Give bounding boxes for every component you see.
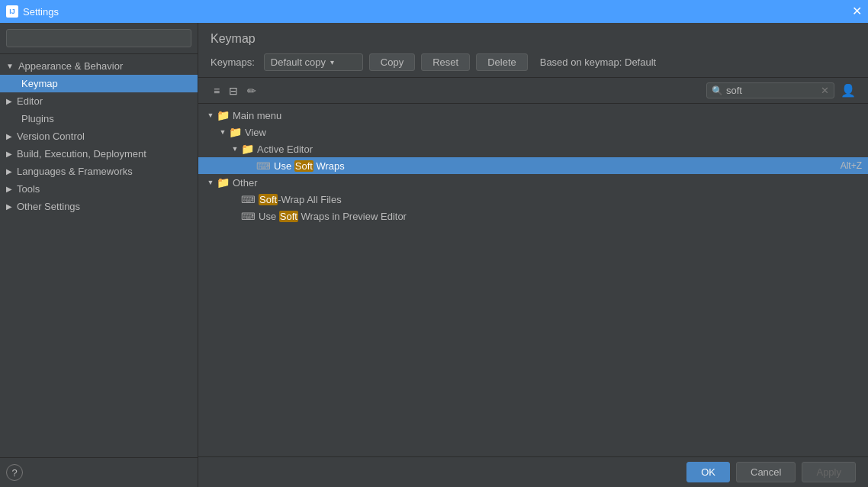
tree-node-main-menu[interactable]: ▼ 📁 Main menu xyxy=(198,107,868,124)
tree-node-label: Use Soft Wraps in Preview Editor xyxy=(259,211,407,222)
collapse-all-button[interactable]: ⊟ xyxy=(226,83,241,98)
folder-icon: 📁 xyxy=(217,176,230,189)
chevron-right-icon: ▶ xyxy=(6,202,12,211)
copy-button[interactable]: Copy xyxy=(369,53,415,71)
keymap-controls: Keymaps: Default copy ▾ Copy Reset Delet… xyxy=(211,53,856,71)
highlight-soft: Soft xyxy=(294,160,313,172)
search-clear-button[interactable]: ✕ xyxy=(821,85,829,96)
sidebar-item-appearance[interactable]: ▼ Appearance & Behavior xyxy=(0,57,198,75)
toggle-icon: ▼ xyxy=(229,145,241,153)
folder-icon: 📁 xyxy=(229,126,242,138)
chevron-down-icon: ▾ xyxy=(330,58,334,66)
sidebar-item-label: Editor xyxy=(17,95,43,107)
title-bar: IJ Settings ✕ xyxy=(0,0,868,23)
chevron-right-icon: ▶ xyxy=(6,150,12,158)
toggle-icon: ▼ xyxy=(217,128,229,136)
content-header: Keymap Keymaps: Default copy ▾ Copy Rese… xyxy=(198,23,868,78)
chevron-right-icon: ▶ xyxy=(6,97,12,105)
search-input[interactable] xyxy=(726,85,818,96)
cancel-button[interactable]: Cancel xyxy=(736,462,796,482)
sidebar-item-tools[interactable]: ▶ Tools xyxy=(0,180,198,198)
search-icon: 🔍 xyxy=(712,85,723,96)
sidebar-item-label: Version Control xyxy=(17,131,85,142)
sidebar-item-label: Plugins xyxy=(21,113,54,124)
shortcut-label: Alt+Z xyxy=(841,160,862,171)
tree-node-label: Active Editor xyxy=(257,144,313,155)
toggle-icon: ▼ xyxy=(204,111,217,119)
chevron-right-icon: ▶ xyxy=(6,132,12,140)
sidebar-item-build[interactable]: ▶ Build, Execution, Deployment xyxy=(0,145,198,163)
highlight-soft: Soft xyxy=(259,194,278,205)
search-box: 🔍 ✕ xyxy=(706,82,834,98)
sidebar-item-languages[interactable]: ▶ Languages & Frameworks xyxy=(0,163,198,180)
highlight-soft: Soft xyxy=(279,211,298,222)
tree-node-soft-wraps-preview[interactable]: ⌨ Use Soft Wraps in Preview Editor xyxy=(198,208,868,224)
person-icon[interactable]: 👤 xyxy=(841,83,856,98)
delete-button[interactable]: Delete xyxy=(476,53,528,71)
toggle-icon: ▼ xyxy=(204,179,217,186)
keymaps-label: Keymaps: xyxy=(211,56,255,68)
sidebar-item-plugins[interactable]: Plugins xyxy=(0,110,198,127)
chevron-down-icon: ▼ xyxy=(6,62,14,70)
sidebar-search-input[interactable] xyxy=(6,29,191,47)
sidebar-item-version-control[interactable]: ▶ Version Control xyxy=(0,127,198,145)
tree-node-label: View xyxy=(245,127,266,138)
tree-node-label: Use Soft Wraps xyxy=(274,160,345,172)
chevron-right-icon: ▶ xyxy=(6,167,12,176)
sidebar-item-label: Other Settings xyxy=(17,201,80,212)
app-icon: IJ xyxy=(6,5,18,18)
edit-shortcut-button[interactable]: ✏ xyxy=(244,83,259,98)
tree-node-label: Main menu xyxy=(233,110,281,121)
sidebar-item-label: Languages & Frameworks xyxy=(17,166,133,177)
folder-icon: 📁 xyxy=(217,109,230,121)
sidebar-item-label: Build, Execution, Deployment xyxy=(17,148,146,160)
ok-button[interactable]: OK xyxy=(686,462,730,482)
content-area: Keymap Keymaps: Default copy ▾ Copy Rese… xyxy=(198,23,868,487)
tree-toolbar: ≡ ⊟ ✏ 🔍 ✕ 👤 xyxy=(198,78,868,104)
sidebar-item-label: Tools xyxy=(17,183,40,195)
reset-button[interactable]: Reset xyxy=(421,53,470,71)
chevron-right-icon: ▶ xyxy=(6,185,12,193)
apply-button[interactable]: Apply xyxy=(802,462,856,482)
bottom-bar: OK Cancel Apply xyxy=(198,456,868,487)
close-button[interactable]: ✕ xyxy=(852,5,862,18)
expand-all-button[interactable]: ≡ xyxy=(211,83,223,98)
tree-node-active-editor[interactable]: ▼ 📁 Active Editor xyxy=(198,140,868,157)
main-layout: ▼ Appearance & Behavior Keymap ▶ Editor … xyxy=(0,23,868,487)
tree-node-use-soft-wraps[interactable]: ⌨ Use Soft Wraps Alt+Z xyxy=(198,157,868,174)
sidebar-search-container xyxy=(0,23,198,54)
help-button[interactable]: ? xyxy=(6,464,23,481)
tree-node-view[interactable]: ▼ 📁 View xyxy=(198,124,868,140)
window-title: Settings xyxy=(23,6,59,18)
based-on-label: Based on keymap: Default xyxy=(540,56,656,68)
title-bar-left: IJ Settings xyxy=(6,5,59,18)
tree-node-soft-wrap-all[interactable]: ⌨ Soft-Wrap All Files xyxy=(198,191,868,208)
action-icon: ⌨ xyxy=(256,160,271,172)
sidebar-item-label: Keymap xyxy=(21,78,58,89)
page-title: Keymap xyxy=(211,32,856,46)
sidebar-item-editor[interactable]: ▶ Editor xyxy=(0,92,198,110)
action-icon: ⌨ xyxy=(241,194,256,205)
keymap-select-value: Default copy xyxy=(271,56,326,68)
tree-node-other[interactable]: ▼ 📁 Other xyxy=(198,174,868,191)
tree-node-label: Soft-Wrap All Files xyxy=(259,194,342,205)
sidebar-items: ▼ Appearance & Behavior Keymap ▶ Editor … xyxy=(0,54,198,457)
sidebar-footer: ? xyxy=(0,457,198,487)
keymap-dropdown[interactable]: Default copy ▾ xyxy=(264,53,363,71)
tree-node-label: Other xyxy=(233,177,258,189)
sidebar: ▼ Appearance & Behavior Keymap ▶ Editor … xyxy=(0,23,198,487)
folder-icon: 📁 xyxy=(241,143,254,155)
tree-content: ▼ 📁 Main menu ▼ 📁 View ▼ 📁 Active Editor xyxy=(198,104,868,456)
sidebar-item-other-settings[interactable]: ▶ Other Settings xyxy=(0,198,198,215)
sidebar-item-keymap[interactable]: Keymap xyxy=(0,75,198,92)
action-icon: ⌨ xyxy=(241,211,256,222)
sidebar-item-label: Appearance & Behavior xyxy=(18,60,123,72)
